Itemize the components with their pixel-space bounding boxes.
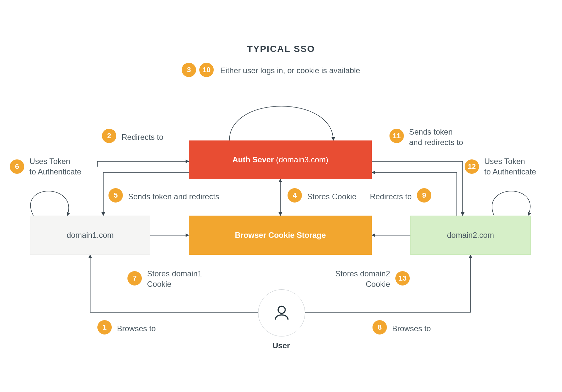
domain2-node: domain2.com (410, 216, 531, 255)
user-label: User (273, 341, 290, 350)
step-13-label: Stores domain2 Cookie (318, 269, 390, 290)
step-5-label: Sends token and redirects (128, 191, 219, 202)
step-9-label: Redirects to (359, 191, 412, 202)
auth-server-label-strong: Auth Sever (232, 155, 274, 164)
step-badge-13: 13 (395, 271, 410, 286)
step-badge-8: 8 (372, 320, 387, 335)
auth-server-label-sub: (domain3.com) (274, 155, 328, 164)
step-11-label: Sends token and redirects to (409, 127, 481, 148)
step-badge-10: 10 (199, 63, 214, 77)
cookie-storage-node: Browser Cookie Storage (189, 216, 372, 255)
step-badge-4: 4 (288, 188, 302, 203)
step-3-10-label: Either user logs in, or cookie is availa… (220, 65, 360, 76)
step-4-label: Stores Cookie (307, 191, 356, 202)
diagram-title: TYPICAL SSO (0, 44, 562, 54)
step-2-label: Redirects to (122, 132, 163, 142)
domain2-label: domain2.com (447, 231, 494, 240)
step-badge-5: 5 (108, 188, 123, 203)
step-badge-12: 12 (465, 159, 479, 174)
step-badge-9: 9 (417, 188, 431, 203)
step-7-label: Stores domain1 Cookie (147, 269, 219, 290)
step-badge-7: 7 (127, 271, 142, 286)
step-badge-1: 1 (97, 320, 112, 335)
step-12-label: Uses Token to Authenticate (484, 156, 550, 177)
sso-diagram: TYPICAL SSO (0, 0, 562, 392)
step-6-label: Uses Token to Authenticate (29, 156, 95, 177)
user-node (258, 289, 305, 336)
step-1-label: Browses to (117, 323, 156, 334)
step-badge-6: 6 (10, 159, 24, 174)
step-8-label: Browses to (392, 323, 431, 334)
domain1-node: domain1.com (30, 216, 150, 255)
user-icon (272, 303, 291, 322)
cookie-storage-label: Browser Cookie Storage (235, 231, 326, 240)
step-badge-3: 3 (182, 63, 196, 77)
step-badge-2: 2 (102, 129, 116, 143)
domain1-label: domain1.com (67, 231, 114, 240)
auth-server-node: Auth Sever (domain3.com) (189, 140, 372, 179)
step-badge-11: 11 (389, 129, 404, 143)
